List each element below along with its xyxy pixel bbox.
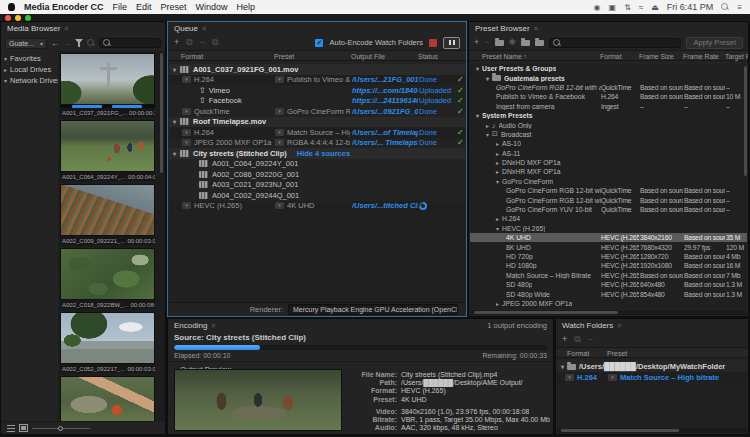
eject-icon[interactable]: ⏏ — [651, 3, 659, 12]
preset-dropdown[interactable]: ▾ — [608, 374, 617, 381]
preset-row[interactable]: Publish to Vimeo & FacebookH.264Based on… — [470, 92, 747, 101]
queue-output-row[interactable]: ▾QuickTime▾GoPro CineForm RGB 12.../User… — [169, 106, 465, 117]
format-dropdown[interactable]: ▾ — [182, 129, 191, 136]
preset-dropdown[interactable]: ▾ — [275, 129, 284, 136]
chevron-right-icon[interactable]: ▸ — [496, 168, 499, 175]
preset-row[interactable]: 8K UHDHEVC (H.265)7680x432029.97 fps120 … — [470, 242, 747, 251]
preset-row[interactable]: ▸♪Audio Only — [470, 120, 747, 129]
spotlight-icon[interactable] — [721, 3, 729, 11]
preset-row[interactable]: HD 720pHEVC (H.265)1280x720Based on sour… — [470, 252, 747, 261]
notification-center-icon[interactable]: ≡ — [737, 3, 742, 12]
watch-preset-row[interactable]: ▾ H.264 ▾ Match Source – High bitrate — [557, 372, 747, 383]
panel-menu-icon[interactable]: ≡ — [211, 322, 215, 329]
preset-row[interactable]: 4K UHDHEVC (H.265)3840x2160Based on sour… — [470, 233, 747, 242]
preset-row[interactable]: ▾HEVC (H.265) — [470, 224, 747, 233]
preset-row[interactable]: ▾User Presets & Groups — [470, 64, 747, 73]
hide-sources-link[interactable]: Hide 4 sources — [297, 149, 350, 158]
media-scrollbar[interactable] — [160, 53, 163, 173]
queue-upload-row[interactable]: ⇧Facebookhttps://...24119614602283Upload… — [169, 96, 465, 107]
preset-row[interactable]: Ingest from cameraIngest––– — [470, 102, 747, 111]
export-preset-icon[interactable] — [535, 40, 544, 46]
chevron-right-icon[interactable]: ▸ — [486, 122, 489, 129]
menu-item[interactable]: Preset — [161, 2, 187, 12]
column-format[interactable]: Format — [181, 53, 203, 60]
location-dropdown[interactable]: Guate... ▾ — [5, 38, 47, 49]
preset-row[interactable]: ▾System Presets — [470, 111, 747, 120]
media-clip[interactable]: A002_C052_092217_...00:00:03:04 — [60, 312, 155, 373]
tree-item[interactable]: ▸Local Drives — [4, 64, 58, 75]
queue-subsource-row[interactable]: A001_C064_09224Y_001 — [169, 159, 465, 170]
chevron-right-icon[interactable]: ▸ — [496, 215, 499, 222]
format-dropdown[interactable]: ▾ — [182, 108, 191, 115]
remove-watch-folder-button[interactable]: − — [588, 335, 593, 344]
column-status[interactable]: Status — [418, 53, 438, 60]
preset-row[interactable]: ▸AS-11 — [470, 149, 747, 158]
add-output-button[interactable]: ⧉ — [186, 38, 192, 47]
create-preset-button[interactable]: + — [474, 38, 479, 47]
thumbnail-zoom-slider[interactable] — [32, 424, 90, 433]
media-clip[interactable]: A002_C009_092221_...00:00:03:04 — [60, 184, 155, 245]
preset-search-input[interactable] — [549, 38, 681, 48]
queue-output-row[interactable]: ▾JPEG 2000 MXF OP1a▾RGBA 4:4:4:4 12-bit … — [169, 138, 465, 149]
auto-encode-checkbox[interactable]: ✓ — [315, 39, 323, 47]
panel-menu-icon[interactable]: ≡ — [617, 322, 621, 329]
queue-output-row[interactable]: ▾HEVC (H.265)▾4K UHD/Users/...titched Cl… — [169, 201, 465, 212]
delete-preset-button[interactable]: − — [484, 38, 489, 47]
back-button[interactable]: ← — [51, 39, 59, 48]
pause-queue-button[interactable] — [443, 37, 460, 49]
close-window-button[interactable] — [5, 15, 11, 21]
preset-dropdown[interactable]: ▾ — [275, 202, 284, 209]
preset-row[interactable]: GoPro CineForm RGB 12-bit with alpha (Al… — [470, 83, 747, 92]
zoom-window-button[interactable] — [25, 15, 31, 21]
queue-upload-row[interactable]: ⇧Vimeohttps://...com/184066142Uploaded✓ — [169, 85, 465, 96]
wifi-icon[interactable]: ≈ — [639, 3, 643, 12]
sync-icon[interactable]: ▣ — [609, 3, 617, 12]
add-output-button[interactable]: ⧉ — [574, 335, 580, 344]
output-file-link[interactable]: /Users/...0921FG_001.mov — [352, 106, 418, 117]
upload-url-link[interactable]: https://...24119614602283 — [352, 96, 418, 107]
menu-item[interactable]: Window — [196, 2, 228, 12]
minimize-window-button[interactable] — [15, 15, 21, 21]
preset-row[interactable]: SD 480pHEVC (H.265)640x480Based on sourc… — [470, 280, 747, 289]
preset-row[interactable]: ▸DNxHD MXF OP1a — [470, 158, 747, 167]
output-file-link[interactable]: /Users/... Timelapse_1.mxf — [352, 138, 418, 149]
preset-dropdown[interactable]: ▾ — [275, 76, 284, 83]
preset-row[interactable]: HD 1080pHEVC (H.265)1920x1080Based on so… — [470, 261, 747, 270]
display-icon[interactable]: ⇅ — [624, 3, 631, 12]
menu-item[interactable]: Media Encoder CC — [24, 2, 104, 12]
preset-row[interactable]: GoPro CineForm RGB 12-bit with alphaQuic… — [470, 186, 747, 195]
queue-subsource-row[interactable]: A002_C086_09220G_001 — [169, 169, 465, 180]
format-dropdown[interactable]: ▾ — [182, 76, 191, 83]
preset-row[interactable]: ▸MPEG-2 — [470, 308, 747, 309]
menu-item[interactable]: File — [113, 2, 128, 12]
queue-output-row[interactable]: ▾H.264▾Match Source – High bitr.../Users… — [169, 127, 465, 138]
preset-row[interactable]: Match Source – High BitrateHEVC (H.265)B… — [470, 271, 747, 280]
add-source-button[interactable]: + — [174, 38, 179, 47]
queue-tab[interactable]: Queue — [174, 24, 198, 33]
column-target-rate[interactable]: Target R — [725, 53, 749, 60]
column-output-file[interactable]: Output File — [351, 53, 385, 60]
chevron-down-icon[interactable]: ▾ — [486, 131, 489, 138]
column-preset[interactable]: Preset — [274, 53, 294, 60]
import-preset-icon[interactable] — [521, 40, 530, 46]
media-clip[interactable]: A002_C018_0922BW_...00:00:08:13 — [60, 248, 155, 309]
preset-row[interactable]: ▾Guatemala presets — [470, 73, 747, 82]
zoom-tool-icon[interactable] — [87, 39, 95, 47]
preset-row[interactable]: ▸H.264 — [470, 214, 747, 223]
preset-row[interactable]: GoPro CineForm RGB 12-bit with alpha...Q… — [470, 195, 747, 204]
preset-vertical-scrollbar[interactable] — [744, 66, 747, 176]
queue-source-row[interactable]: ▾Roof Timelapse.mov — [169, 117, 465, 128]
chevron-down-icon[interactable]: ▾ — [486, 75, 489, 82]
preset-dropdown[interactable]: ▾ — [275, 139, 284, 146]
apple-icon[interactable] — [8, 3, 15, 11]
preset-horizontal-scrollbar[interactable] — [470, 310, 747, 315]
preset-settings-icon[interactable]: ✱ — [509, 38, 517, 47]
encoding-tab[interactable]: Encoding — [174, 321, 207, 330]
media-clip[interactable]: A001_C064_09224Y_...00:00:04:08 — [60, 120, 155, 181]
panel-menu-icon[interactable]: ≡ — [202, 25, 206, 32]
preset-dropdown[interactable]: ▾ — [275, 108, 284, 115]
media-clip[interactable] — [60, 376, 155, 421]
column-preset-name[interactable]: Preset Name ↑ — [482, 53, 527, 60]
media-search-input[interactable] — [99, 38, 161, 48]
menu-item[interactable]: Edit — [136, 2, 152, 12]
